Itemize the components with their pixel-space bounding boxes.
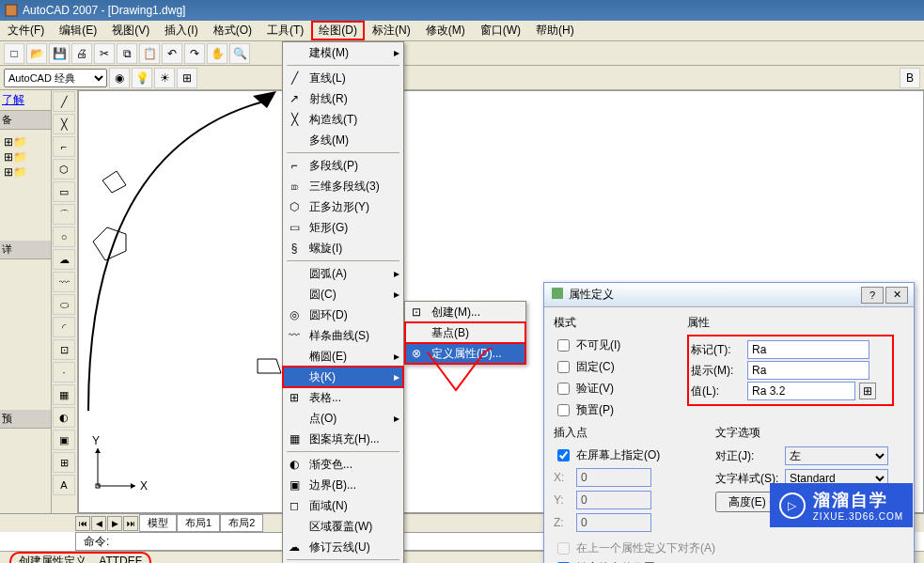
menu-arc[interactable]: 圆弧(A)▸: [283, 263, 403, 284]
point-tool-icon[interactable]: ·: [53, 362, 75, 383]
menu-mline[interactable]: 多线(M): [283, 130, 403, 150]
menu-region[interactable]: ◻面域(N): [283, 495, 403, 516]
copy-icon[interactable]: ⧉: [117, 43, 137, 64]
onscreen-checkbox[interactable]: [557, 449, 570, 461]
ellipse-tool-icon[interactable]: ⬭: [53, 294, 75, 315]
tab-layout1[interactable]: 布局1: [177, 514, 220, 532]
menu-file[interactable]: 文件(F): [0, 21, 52, 40]
menu-block[interactable]: 块(K)▸: [283, 367, 403, 387]
new-icon[interactable]: □: [4, 43, 24, 64]
workspace-select[interactable]: AutoCAD 经典: [4, 69, 107, 87]
ellipsearc-tool-icon[interactable]: ◜: [53, 317, 75, 337]
menu-xline[interactable]: ╳构造线(T): [283, 109, 403, 130]
menu-ellipse[interactable]: 椭圆(E)▸: [283, 346, 403, 367]
layer-icon[interactable]: ◉: [109, 68, 130, 88]
menu-helix[interactable]: §螺旋(I): [283, 238, 403, 258]
menu-view[interactable]: 视图(V): [104, 21, 157, 40]
menu-dimension[interactable]: 标注(N): [365, 21, 418, 40]
sun-icon[interactable]: ☀: [154, 68, 175, 88]
print-icon[interactable]: 🖨: [71, 43, 92, 64]
dialog-close-button[interactable]: ✕: [885, 287, 908, 304]
menu-hatch[interactable]: ▦图案填充(H)...: [283, 429, 403, 449]
menu-tools[interactable]: 工具(T): [259, 21, 311, 40]
tab-prev-icon[interactable]: ◀: [91, 516, 106, 531]
dialog-help-button[interactable]: ?: [861, 287, 884, 304]
line-tool-icon[interactable]: ╱: [53, 91, 75, 112]
tab-first-icon[interactable]: ⏮: [75, 516, 90, 531]
menu-3dpoly[interactable]: ⎄三维多段线(3): [283, 176, 403, 196]
submenu-make[interactable]: ⊡创建(M)...: [405, 302, 525, 322]
value-input[interactable]: [747, 382, 855, 400]
bold-icon[interactable]: B: [900, 68, 920, 88]
block-tool-icon[interactable]: ⊡: [53, 339, 75, 360]
preset-checkbox[interactable]: [557, 404, 570, 416]
menu-window[interactable]: 窗口(W): [473, 21, 528, 40]
menu-draw[interactable]: 绘图(D): [311, 21, 365, 40]
prompt-input[interactable]: [747, 361, 869, 380]
panel-section-yu[interactable]: 预: [0, 410, 51, 429]
menu-insert[interactable]: 插入(I): [157, 21, 205, 40]
menu-table[interactable]: ⊞表格...: [283, 387, 403, 408]
menu-polygon[interactable]: ⬡正多边形(Y): [283, 196, 403, 217]
properties-icon[interactable]: ⊞: [177, 68, 197, 88]
table-tool-icon[interactable]: ⊞: [53, 452, 75, 473]
menu-modeling[interactable]: 建模(M)▸: [283, 42, 403, 63]
open-icon[interactable]: 📂: [26, 43, 47, 64]
rect-tool-icon[interactable]: ▭: [53, 181, 75, 202]
tab-model[interactable]: 模型: [139, 514, 177, 532]
submenu-base[interactable]: 基点(B): [405, 322, 525, 343]
menu-modify[interactable]: 修改(M): [418, 21, 473, 40]
menu-line[interactable]: ╱直线(L): [283, 68, 403, 88]
tab-next-icon[interactable]: ▶: [107, 516, 122, 531]
save-icon[interactable]: 💾: [49, 43, 70, 64]
panel-link[interactable]: 了解: [0, 90, 51, 111]
text-tool-icon[interactable]: A: [53, 475, 75, 495]
panel-section-bei[interactable]: 备: [0, 111, 51, 130]
menu-pline[interactable]: ⌐多段线(P): [283, 155, 403, 176]
constant-checkbox[interactable]: [557, 361, 570, 373]
menu-format[interactable]: 格式(O): [206, 21, 259, 40]
menu-rect[interactable]: ▭矩形(G): [283, 217, 403, 238]
paste-icon[interactable]: 📋: [139, 43, 160, 64]
menu-boundary[interactable]: ▣边界(B)...: [283, 475, 403, 495]
menu-gradient[interactable]: ◐渐变色...: [283, 454, 403, 475]
menu-circle[interactable]: 圆(C)▸: [283, 284, 403, 305]
justify-select[interactable]: 左: [785, 446, 888, 465]
tab-last-icon[interactable]: ⏭: [123, 516, 138, 531]
region-tool-icon[interactable]: ▣: [53, 430, 75, 450]
panel-section-xiang[interactable]: 详: [0, 241, 51, 259]
polygon-tool-icon[interactable]: ⬡: [53, 159, 75, 180]
menu-edit[interactable]: 编辑(E): [52, 21, 104, 40]
tree-folder-icon[interactable]: ⊞📁: [4, 150, 47, 164]
xline-tool-icon[interactable]: ╳: [53, 114, 75, 134]
tree-folder-icon[interactable]: ⊞📁: [4, 165, 47, 179]
light-icon[interactable]: 💡: [132, 68, 152, 88]
invisible-checkbox[interactable]: [557, 339, 570, 352]
menu-help[interactable]: 帮助(H): [528, 21, 582, 40]
tag-input[interactable]: [747, 340, 869, 359]
gradient-tool-icon[interactable]: ◐: [53, 407, 75, 428]
tab-layout2[interactable]: 布局2: [220, 514, 263, 532]
menu-point[interactable]: 点(O)▸: [283, 408, 403, 429]
menu-ray[interactable]: ↗射线(R): [283, 88, 403, 109]
zoom-icon[interactable]: 🔍: [229, 43, 250, 64]
hatch-tool-icon[interactable]: ▦: [53, 384, 75, 405]
pline-tool-icon[interactable]: ⌐: [53, 136, 75, 157]
circle-tool-icon[interactable]: ○: [53, 227, 75, 247]
menu-wipeout[interactable]: 区域覆盖(W): [283, 516, 403, 537]
submenu-attdef[interactable]: ⊗定义属性(D)...: [405, 343, 525, 364]
axis-x-label: X: [140, 479, 148, 493]
menu-spline[interactable]: 〰样条曲线(S): [283, 325, 403, 346]
undo-icon[interactable]: ↶: [162, 43, 182, 64]
arc-tool-icon[interactable]: ⌒: [53, 204, 75, 225]
pan-icon[interactable]: ✋: [207, 43, 227, 64]
menu-donut[interactable]: ◎圆环(D): [283, 305, 403, 325]
spline-tool-icon[interactable]: 〰: [53, 272, 75, 292]
verify-checkbox[interactable]: [557, 383, 570, 395]
tree-folder-icon[interactable]: ⊞📁: [4, 135, 47, 149]
redo-icon[interactable]: ↷: [184, 43, 205, 64]
cut-icon[interactable]: ✂: [94, 43, 115, 64]
value-pick-icon[interactable]: ⊞: [859, 383, 876, 399]
menu-revcloud[interactable]: ☁修订云线(U): [283, 537, 403, 557]
revcloud-tool-icon[interactable]: ☁: [53, 249, 75, 270]
